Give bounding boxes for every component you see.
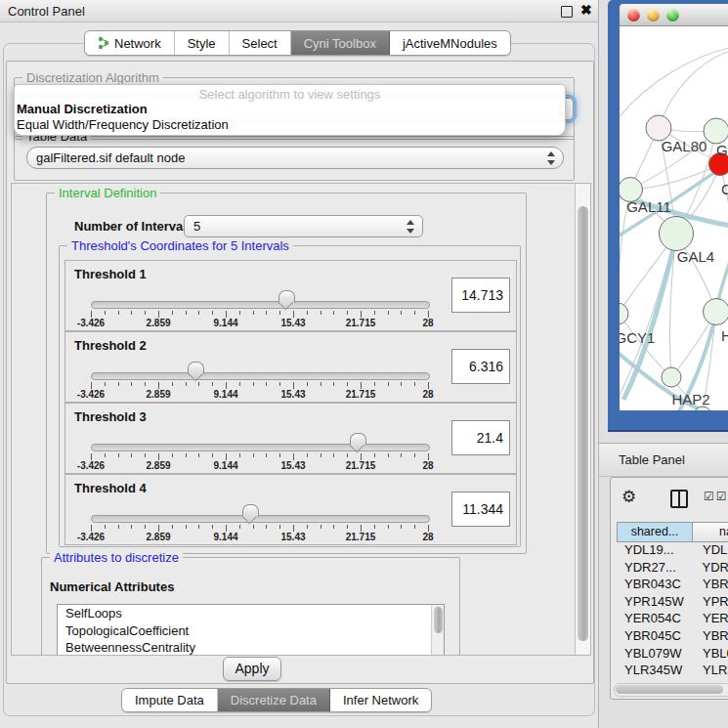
network-edge [659, 52, 728, 128]
table-cell-shared-name[interactable]: YBR043C [617, 577, 693, 594]
tick-mark [212, 382, 213, 386]
tab-discretize-data[interactable]: Discretize Data [218, 689, 330, 711]
table-cell-shared-name[interactable]: YER054C [617, 611, 693, 628]
tab-style[interactable]: Style [175, 31, 230, 55]
threshold-2-slider-thumb[interactable] [188, 362, 204, 374]
dropdown-option-manual-discretization[interactable]: Manual Discretization [17, 102, 148, 116]
table-row[interactable]: YBL079WYBL0 [617, 646, 728, 664]
tick-mark [131, 453, 132, 457]
table-row[interactable]: YPR145WYPR1 [617, 594, 728, 612]
table-row[interactable]: YBR043CYBR0 [617, 577, 728, 594]
table-cell-name[interactable]: YDR2 [693, 560, 728, 578]
tick-mark [361, 453, 362, 460]
gear-icon[interactable]: ⚙ [621, 487, 636, 507]
network-view-window: GAL80GGAL11GAL4GCY1HHAP2C [608, 0, 728, 430]
zoom-traffic-light-icon[interactable] [666, 9, 679, 21]
tick-mark [198, 453, 199, 457]
table-cell-name[interactable]: YER0 [693, 611, 728, 628]
threshold-1-slider-track[interactable] [91, 301, 430, 309]
minimize-traffic-light-icon[interactable] [647, 9, 660, 21]
tick-mark [279, 453, 280, 457]
split-view-icon[interactable] [670, 490, 688, 508]
scale-label: -3.426 [77, 318, 105, 328]
tab-network[interactable]: Network [85, 31, 175, 55]
discretization-algorithm-group-title: Discretization Algorithm [22, 70, 163, 85]
network-node-g[interactable] [704, 118, 728, 144]
table-cell-shared-name[interactable]: YPR145W [617, 594, 693, 612]
threshold-4-slider-track[interactable] [91, 515, 430, 523]
table-cell-shared-name[interactable]: YDL19... [617, 542, 693, 560]
network-node-label: HAP2 [671, 391, 709, 407]
threshold-2-value-field[interactable]: 6.316 [451, 349, 510, 384]
table-cell-shared-name[interactable]: YBR045C [617, 628, 693, 646]
table-data-combobox[interactable]: galFiltered.sif default node [26, 147, 564, 169]
table-cell-name[interactable]: YBR0 [693, 628, 728, 646]
threshold-1-value-field[interactable]: 14.713 [451, 278, 510, 313]
tab-network-label: Network [114, 36, 161, 51]
scale-label: 15.43 [280, 389, 305, 400]
table-row[interactable]: YLR345WYLR3 [617, 663, 728, 680]
tick-mark [333, 453, 334, 457]
network-graph: GAL80GGAL11GAL4GCY1HHAP2C [620, 26, 728, 410]
threshold-3-slider-track[interactable] [91, 444, 430, 451]
threshold-1-slider-thumb[interactable] [278, 290, 295, 303]
threshold-4-value-field[interactable]: 11.344 [451, 492, 510, 527]
scale-label: 28 [422, 460, 433, 471]
settings-vertical-scrollbar[interactable] [575, 184, 590, 655]
tab-cyni-toolbox[interactable]: Cyni Toolbox [291, 31, 390, 55]
table-cell-name[interactable]: YDL1 [693, 542, 728, 560]
table-data-group: Table Data galFiltered.sif default node [14, 136, 575, 181]
tick-mark [145, 382, 146, 386]
settings-scrollpane: Interval Definition Number of Intervals … [11, 183, 591, 656]
tab-select-label: Select [242, 36, 278, 51]
table-row[interactable]: YER054CYER0 [617, 611, 728, 628]
tab-jactivemnodules[interactable]: jActiveMNodules [390, 31, 510, 55]
network-canvas[interactable]: GAL80GGAL11GAL4GCY1HHAP2C [620, 26, 728, 410]
close-traffic-light-icon[interactable] [627, 9, 640, 21]
tick-mark [293, 382, 294, 389]
threshold-4-slider-thumb[interactable] [242, 504, 259, 517]
table-horizontal-scrollbar[interactable] [614, 683, 728, 697]
table-cell-name[interactable]: YPR1 [693, 594, 728, 612]
network-node-gcy1[interactable] [620, 303, 628, 324]
column-header-name[interactable]: na [693, 522, 728, 542]
scale-label: 21.715 [346, 532, 376, 542]
threshold-3-value-field[interactable]: 21.4 [451, 420, 510, 455]
apply-button[interactable]: Apply [223, 657, 281, 681]
tick-mark [428, 311, 429, 318]
number-of-intervals-combobox[interactable]: 5 [184, 215, 423, 237]
table-row[interactable]: YDL19...YDL1 [617, 542, 728, 560]
table-row[interactable]: YDR27...YDR2 [617, 560, 728, 578]
table-cell-name[interactable]: YBR0 [693, 577, 728, 594]
close-icon[interactable]: ✖ [580, 2, 592, 18]
network-node-gal4[interactable] [660, 217, 694, 251]
attribute-list-item[interactable]: TopologicalCoefficient [58, 622, 444, 640]
tick-mark [361, 311, 362, 318]
attribute-list-item[interactable]: BetweennessCentrality [58, 639, 444, 656]
tick-mark [279, 525, 280, 529]
threshold-3-slider-thumb[interactable] [350, 433, 366, 446]
table-cell-shared-name[interactable]: YDR27... [617, 560, 693, 578]
table-cell-shared-name[interactable]: YBL079W [617, 646, 693, 664]
network-node-hap2[interactable] [662, 367, 681, 387]
table-cell-name[interactable]: YBL0 [693, 646, 728, 664]
attributes-list-scrollbar[interactable] [431, 605, 444, 655]
tab-select[interactable]: Select [230, 31, 291, 55]
numerical-attributes-list[interactable]: SelfLoopsTopologicalCoefficientBetweenne… [57, 604, 445, 656]
float-window-icon[interactable] [561, 6, 573, 18]
network-node-label: H [721, 327, 728, 344]
threshold-2-slider-track[interactable] [91, 372, 430, 380]
tick-mark [374, 382, 375, 386]
dropdown-option-equal-width-frequency[interactable]: Equal Width/Frequency Discretization [17, 117, 229, 132]
table-cell-shared-name[interactable]: YLR345W [617, 663, 693, 680]
table-cell-name[interactable]: YLR3 [693, 663, 728, 680]
threshold-2-box: Threshold 2 -3.4262.8599.14415.4321.7152… [64, 331, 517, 403]
network-node-label: C [721, 181, 728, 197]
attribute-list-item[interactable]: SelfLoops [58, 605, 444, 622]
checkbox-icons[interactable]: ☑☑ [704, 490, 728, 503]
network-node-h[interactable] [704, 299, 728, 325]
tab-infer-network[interactable]: Infer Network [330, 689, 431, 711]
table-row[interactable]: YBR045CYBR0 [617, 628, 728, 646]
column-header-shared[interactable]: shared... [617, 522, 693, 542]
tab-impute-data[interactable]: Impute Data [122, 689, 218, 711]
